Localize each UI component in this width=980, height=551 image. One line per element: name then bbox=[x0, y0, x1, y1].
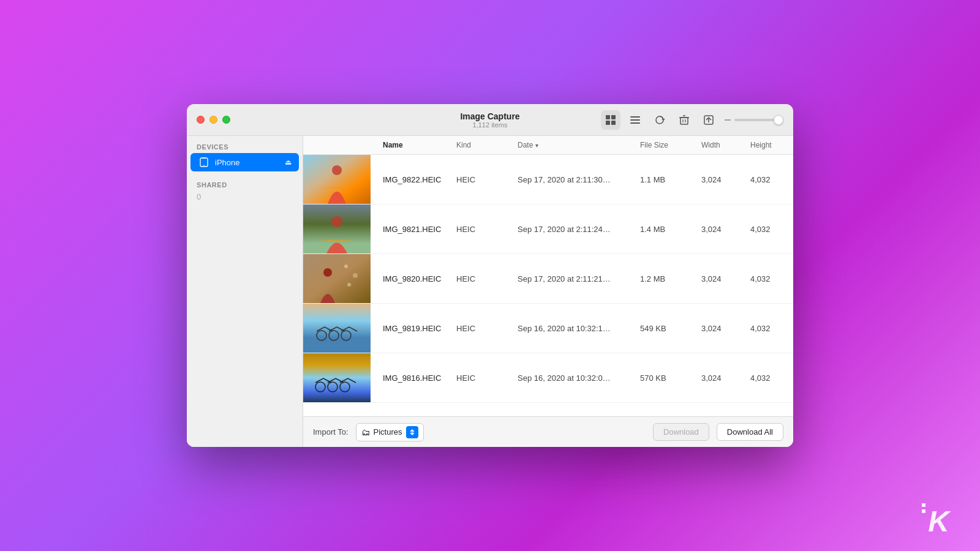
file-height-5: 4,032 bbox=[744, 373, 793, 383]
close-button[interactable] bbox=[197, 116, 205, 124]
svg-rect-8 bbox=[680, 118, 688, 124]
folder-name: Pictures bbox=[374, 427, 402, 437]
svg-point-12 bbox=[203, 165, 205, 166]
shared-count: 0 bbox=[197, 192, 201, 201]
logo-k: K bbox=[928, 507, 949, 536]
svg-rect-5 bbox=[630, 119, 640, 121]
dropdown-arrow-icon bbox=[406, 426, 418, 438]
sidebar: DEVICES iPhone ⏏ SHARED 0 bbox=[187, 136, 303, 447]
logo-watermark: K bbox=[928, 507, 949, 536]
list-icon bbox=[630, 114, 641, 126]
svg-point-20 bbox=[323, 268, 332, 277]
col-date[interactable]: Date▾ bbox=[511, 136, 634, 154]
file-width-4: 3,024 bbox=[695, 324, 744, 333]
col-name[interactable]: Name bbox=[377, 136, 450, 154]
svg-rect-1 bbox=[611, 115, 616, 119]
file-date-5: Sep 16, 2020 at 10:32:0… bbox=[511, 373, 634, 383]
file-width-3: 3,024 bbox=[695, 274, 744, 283]
file-date-2: Sep 17, 2020 at 2:11:24… bbox=[511, 225, 634, 234]
zoom-slider[interactable] bbox=[723, 116, 783, 124]
thumbnail-5 bbox=[303, 353, 371, 402]
app-window: Image Capture 1,112 items bbox=[187, 104, 793, 447]
svg-point-21 bbox=[344, 264, 348, 268]
file-date-1: Sep 17, 2020 at 2:11:30… bbox=[511, 175, 634, 184]
file-size-5: 570 KB bbox=[634, 373, 695, 383]
file-height-4: 4,032 bbox=[744, 324, 793, 333]
file-height-1: 4,032 bbox=[744, 175, 793, 184]
file-size-3: 1.2 MB bbox=[634, 274, 695, 283]
rotate-icon bbox=[654, 114, 665, 126]
svg-rect-19 bbox=[303, 254, 371, 303]
file-name-5: IMG_9816.HEIC bbox=[377, 373, 450, 383]
item-count: 1,112 items bbox=[460, 121, 519, 129]
col-kind[interactable]: Kind bbox=[450, 136, 511, 154]
shared-label: SHARED bbox=[187, 181, 303, 189]
eject-icon: ⏏ bbox=[285, 158, 292, 167]
import-label: Import To: bbox=[313, 427, 349, 437]
delete-button[interactable] bbox=[674, 110, 694, 130]
svg-rect-28 bbox=[303, 353, 371, 402]
file-height-3: 4,032 bbox=[744, 274, 793, 283]
rotate-button[interactable] bbox=[650, 110, 669, 130]
col-width[interactable]: Width bbox=[695, 136, 744, 154]
table-row[interactable]: IMG_9820.HEIC HEIC Sep 17, 2020 at 2:11:… bbox=[303, 254, 793, 304]
share-button[interactable] bbox=[699, 110, 718, 130]
file-size-4: 549 KB bbox=[634, 324, 695, 333]
file-width-2: 3,024 bbox=[695, 225, 744, 234]
zoom-out-icon bbox=[723, 116, 732, 124]
file-name-2: IMG_9821.HEIC bbox=[377, 225, 450, 234]
file-size-1: 1.1 MB bbox=[634, 175, 695, 184]
svg-rect-3 bbox=[611, 121, 616, 125]
thumbnail-2 bbox=[303, 204, 371, 253]
col-thumbnail bbox=[303, 136, 377, 154]
download-button[interactable]: Download bbox=[653, 423, 709, 441]
file-list: IMG_9822.HEIC HEIC Sep 17, 2020 at 2:11:… bbox=[303, 155, 793, 416]
column-headers: Name Kind Date▾ File Size Width Height bbox=[303, 136, 793, 155]
thumbnail-1 bbox=[303, 155, 371, 204]
file-name-4: IMG_9819.HEIC bbox=[377, 324, 450, 333]
table-row[interactable]: IMG_9822.HEIC HEIC Sep 17, 2020 at 2:11:… bbox=[303, 155, 793, 204]
svg-point-15 bbox=[332, 165, 342, 175]
file-name-1: IMG_9822.HEIC bbox=[377, 175, 450, 184]
import-folder-select[interactable]: 🗂 Pictures bbox=[356, 423, 424, 441]
sidebar-item-iphone[interactable]: iPhone ⏏ bbox=[190, 153, 299, 171]
app-title: Image Capture bbox=[460, 111, 519, 121]
folder-icon: 🗂 bbox=[361, 427, 370, 437]
svg-rect-4 bbox=[630, 116, 640, 118]
svg-point-22 bbox=[353, 273, 358, 278]
grid-icon bbox=[605, 114, 616, 126]
col-filesize[interactable]: File Size bbox=[634, 136, 695, 154]
svg-point-17 bbox=[331, 216, 342, 227]
trash-icon bbox=[679, 114, 690, 126]
share-icon bbox=[703, 114, 714, 126]
main-area: DEVICES iPhone ⏏ SHARED 0 bbox=[187, 136, 793, 447]
col-height[interactable]: Height bbox=[744, 136, 793, 154]
file-kind-3: HEIC bbox=[450, 274, 511, 283]
download-all-button[interactable]: Download All bbox=[717, 423, 783, 441]
grid-view-button[interactable] bbox=[601, 110, 620, 130]
svg-rect-0 bbox=[606, 115, 610, 119]
maximize-button[interactable] bbox=[222, 116, 230, 124]
list-view-button[interactable] bbox=[625, 110, 645, 130]
file-kind-5: HEIC bbox=[450, 373, 511, 383]
file-width-1: 3,024 bbox=[695, 175, 744, 184]
titlebar: Image Capture 1,112 items bbox=[187, 104, 793, 136]
file-kind-2: HEIC bbox=[450, 225, 511, 234]
svg-rect-24 bbox=[303, 304, 371, 353]
file-date-4: Sep 16, 2020 at 10:32:1… bbox=[511, 324, 634, 333]
table-row[interactable]: IMG_9819.HEIC HEIC Sep 16, 2020 at 10:32… bbox=[303, 304, 793, 353]
content-area: Name Kind Date▾ File Size Width Height bbox=[303, 136, 793, 447]
titlebar-info: Image Capture 1,112 items bbox=[460, 111, 519, 129]
table-row[interactable]: IMG_9816.HEIC HEIC Sep 16, 2020 at 10:32… bbox=[303, 353, 793, 403]
devices-label: DEVICES bbox=[187, 143, 303, 151]
file-date-3: Sep 17, 2020 at 2:11:21… bbox=[511, 274, 634, 283]
thumbnail-4 bbox=[303, 304, 371, 353]
file-kind-4: HEIC bbox=[450, 324, 511, 333]
svg-point-23 bbox=[347, 283, 351, 287]
svg-rect-13 bbox=[202, 158, 206, 159]
minimize-button[interactable] bbox=[209, 116, 217, 124]
toolbar bbox=[601, 110, 783, 130]
iphone-label: iPhone bbox=[215, 158, 282, 167]
table-row[interactable]: IMG_9821.HEIC HEIC Sep 17, 2020 at 2:11:… bbox=[303, 204, 793, 254]
thumbnail-3 bbox=[303, 254, 371, 303]
